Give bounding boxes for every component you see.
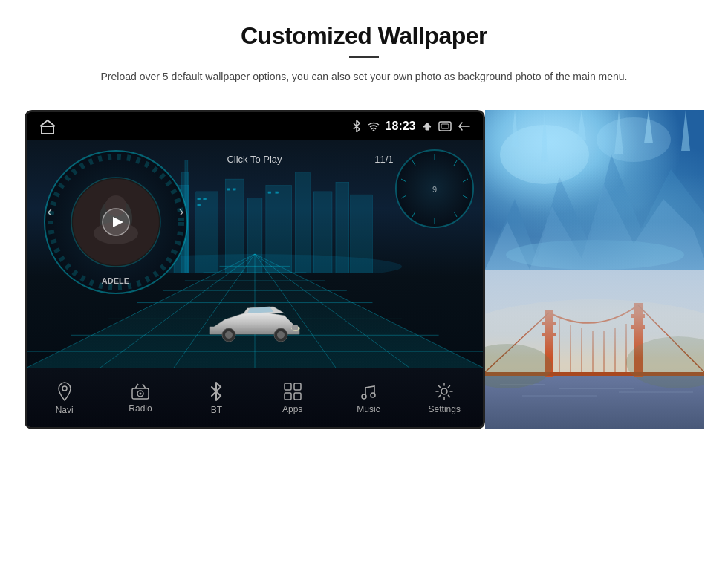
svg-rect-98 <box>542 322 556 325</box>
apps-icon <box>283 382 302 401</box>
page-container: Customized Wallpaper Preload over 5 defa… <box>0 0 728 563</box>
arrow-up-icon <box>422 121 432 131</box>
svg-marker-87 <box>644 110 653 143</box>
svg-rect-99 <box>542 333 556 336</box>
page-subtitle: Preload over 5 default wallpaper options… <box>100 68 627 85</box>
svg-point-69 <box>139 392 141 394</box>
thumbnail-ice-cave[interactable] <box>485 110 704 270</box>
speed-gauge: 9 <box>394 148 475 230</box>
music-label: Music <box>357 404 380 414</box>
svg-point-1 <box>372 130 374 132</box>
car-image <box>203 293 307 345</box>
svg-rect-53 <box>292 325 298 330</box>
settings-label: Settings <box>429 404 461 414</box>
home-icon <box>39 119 56 134</box>
music-widget[interactable]: ADELE ‹ › <box>42 148 190 296</box>
svg-rect-72 <box>285 393 291 400</box>
svg-marker-86 <box>614 110 623 154</box>
svg-rect-73 <box>294 393 301 400</box>
radio-label: Radio <box>129 403 152 414</box>
prev-track-button[interactable]: ‹ <box>48 203 53 220</box>
navi-label: Navi <box>56 405 74 415</box>
status-left <box>39 119 56 134</box>
svg-text:9: 9 <box>432 185 436 194</box>
svg-point-66 <box>62 386 67 391</box>
svg-rect-77 <box>485 110 704 270</box>
bluetooth-status-icon <box>351 120 362 133</box>
svg-marker-79 <box>485 184 704 270</box>
svg-rect-2 <box>439 122 451 131</box>
svg-rect-71 <box>294 383 301 390</box>
svg-point-49 <box>225 331 233 339</box>
nav-item-settings[interactable]: Settings <box>415 382 474 414</box>
svg-rect-0 <box>42 126 53 134</box>
svg-marker-85 <box>577 110 586 140</box>
svg-point-80 <box>500 125 589 184</box>
nav-item-apps[interactable]: Apps <box>263 382 322 414</box>
page-title: Customized Wallpaper <box>100 22 627 50</box>
status-bar: 18:23 <box>27 112 483 140</box>
svg-marker-78 <box>485 154 704 270</box>
svg-marker-88 <box>681 110 690 151</box>
next-track-button[interactable]: › <box>179 203 184 220</box>
svg-rect-3 <box>441 124 449 128</box>
nav-item-radio[interactable]: Radio <box>111 383 170 414</box>
music-circle-outer <box>42 148 190 296</box>
thumbnail-golden-gate[interactable] <box>485 270 704 429</box>
radio-icon <box>131 383 150 400</box>
settings-icon <box>435 382 454 401</box>
nav-bar: Navi Radio <box>27 368 483 427</box>
nav-item-bt[interactable]: BT <box>186 381 246 415</box>
svg-point-51 <box>277 331 285 339</box>
wifi-status-icon <box>368 121 380 131</box>
status-time: 18:23 <box>386 120 416 133</box>
right-gauge: 9 <box>394 148 475 296</box>
nav-item-music[interactable]: Music <box>339 382 398 414</box>
nav-item-navi[interactable]: Navi <box>35 381 94 415</box>
car-screen: 18:23 <box>25 110 485 429</box>
back-arrow-icon <box>458 121 471 131</box>
svg-marker-83 <box>511 110 519 147</box>
svg-point-81 <box>597 117 671 162</box>
music-icon <box>360 382 377 401</box>
bluetooth-icon <box>209 381 224 402</box>
navi-icon <box>56 381 74 402</box>
track-name: ADELE <box>42 276 190 285</box>
content-row: 18:23 <box>30 110 698 429</box>
bt-label: BT <box>211 405 222 415</box>
svg-rect-101 <box>631 325 645 329</box>
window-icon <box>438 121 452 131</box>
date-display: 11/1 <box>374 154 393 165</box>
svg-marker-84 <box>541 110 548 162</box>
svg-rect-70 <box>285 383 291 390</box>
svg-point-82 <box>506 240 684 270</box>
title-section: Customized Wallpaper Preload over 5 defa… <box>100 22 627 85</box>
ice-cave-image <box>485 110 704 270</box>
thumbnails-column <box>485 110 704 429</box>
svg-rect-100 <box>631 314 645 318</box>
status-right: 18:23 <box>351 120 471 133</box>
golden-gate-image <box>485 270 704 429</box>
svg-point-76 <box>441 388 447 394</box>
screen-content: Click To Play 11/1 <box>27 140 483 368</box>
title-divider <box>349 56 379 58</box>
apps-label: Apps <box>282 404 302 414</box>
